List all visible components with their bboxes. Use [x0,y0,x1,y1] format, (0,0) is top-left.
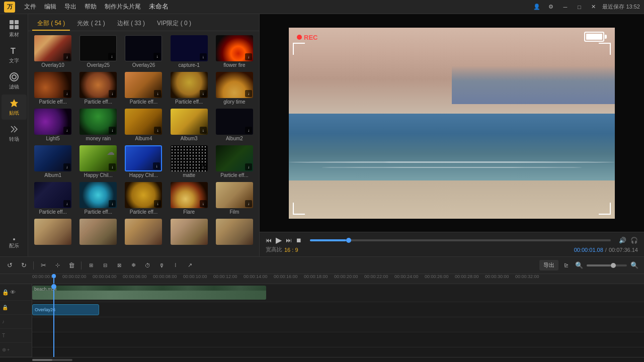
list-item[interactable]: ↓ Flare [168,181,211,216]
list-item[interactable]: ↓ Light5 [31,108,74,142]
menu-file[interactable]: 文件 [20,2,40,12]
item-label: Light5 [34,136,71,141]
rewind-btn[interactable]: ⏮ [266,237,272,244]
crop-btn[interactable]: ⊠ [114,260,125,271]
sidebar-item-audio[interactable]: 配乐 [2,227,27,252]
list-item[interactable]: ↓ Happy Chil... [122,144,165,179]
overlay-clip[interactable]: Overlay26 [32,304,99,315]
sidebar-item-text[interactable]: T 文字 [2,42,27,67]
tab-all[interactable]: 全部 ( 54 ) [32,17,70,31]
overlay-clip-label: Overlay26 [35,307,55,312]
undo-btn[interactable]: ↺ [4,260,15,271]
align-btn[interactable]: ⁞ [170,260,181,271]
list-item[interactable]: ↓ Film [213,181,256,216]
list-item[interactable]: ↓ Album1 [31,144,74,179]
list-item[interactable]: ↓ Particle eff... [76,71,120,106]
list-item[interactable]: ↓ Particle eff... [122,71,165,106]
play-btn[interactable]: ▶ [276,235,282,245]
list-item[interactable]: ↓ Particle eff... [31,181,74,216]
ruler-label: 00:00:02:00 [62,274,87,279]
list-item[interactable]: ↓ matte [168,144,211,179]
stop-btn[interactable]: ⏹ [296,237,302,244]
snap-btn[interactable]: ⊵ [560,260,572,271]
freeze-btn[interactable]: ❄ [128,260,139,271]
tab-light[interactable]: 光效 ( 21 ) [72,17,110,31]
record-btn[interactable]: 🎙 [156,260,167,271]
minimize-icon[interactable]: ─ [560,2,570,12]
item-label: Album1 [34,172,71,178]
ungroup-btn[interactable]: ⊟ [100,260,111,271]
zoom-slider[interactable] [587,264,627,266]
list-item[interactable]: ↓ Particle eff... [168,71,211,106]
ruler-bar: 00:00:00:00 00:00:02:00 00:00:04:00 00:0… [32,274,644,284]
track-lock-icon2[interactable]: 🔒 [2,305,8,310]
playhead-handle[interactable] [51,284,56,289]
svg-rect-1 [15,20,19,24]
zoom-in-btn[interactable]: 🔍 [629,260,640,271]
redo-btn[interactable]: ↻ [18,260,29,271]
list-item[interactable] [31,218,74,247]
sidebar-item-effects[interactable]: 贴纸 [2,95,27,120]
list-item[interactable]: ↓ Particle eff... [76,181,120,216]
list-item[interactable]: ↓ glory time [213,71,256,106]
list-item[interactable]: ↓ Particle eff... [31,71,74,106]
list-item[interactable]: ↓ capture-1 [168,34,211,69]
item-thumb: ↓ [125,72,162,98]
ruler-label: 00:00:04:00 [93,274,117,279]
list-item[interactable]: ↓ Album4 [122,108,165,142]
track-eye-icon[interactable]: 👁 [10,289,16,295]
list-item[interactable]: ↓ Album3 [168,108,211,142]
list-item[interactable]: ↓ money rain [76,108,120,142]
list-item[interactable]: ↓ Album2 [213,108,256,142]
sidebar-item-media[interactable]: 素材 [2,16,27,41]
tab-vip[interactable]: VIP限定 ( 0 ) [152,17,196,31]
list-item[interactable]: ↓ Particle eff... [213,144,256,179]
item-thumb: ↓ [34,145,71,171]
list-item[interactable] [213,218,256,247]
overlay-track: Overlay26 [32,302,644,317]
item-thumb: ↓ [34,72,71,98]
menu-help[interactable]: 帮助 [80,2,101,12]
progress-dot[interactable] [346,238,351,243]
video-frame: REC [289,28,615,219]
list-item[interactable]: ↓ Overlay25 [76,34,120,69]
list-item[interactable]: ↓ flower fire [213,34,256,69]
video-clip[interactable]: beach.mp4 [32,286,266,300]
list-item[interactable] [168,218,211,247]
step-forward-btn[interactable]: ⏭ [286,237,292,244]
headphone-btn[interactable]: 🎧 [630,237,638,244]
sidebar-item-transition[interactable]: 转场 [2,121,27,146]
list-item[interactable]: ↓ Overlay10 [31,34,74,69]
volume-btn[interactable]: 🔊 [619,237,626,244]
user-icon[interactable]: 👤 [532,2,542,12]
progress-bar[interactable] [310,239,611,241]
track-lock-icon[interactable]: 🔒 [2,289,9,296]
zoom-out-btn[interactable]: 🔍 [574,260,585,271]
speed-btn[interactable]: ⏱ [142,260,153,271]
ruler-label: 00:00:18:00 [304,274,328,279]
list-item[interactable]: ↓ Overlay26 [122,34,165,69]
corner-br [599,203,611,215]
item-label: Album2 [216,136,253,141]
close-icon[interactable]: ✕ [588,2,598,12]
group-btn[interactable]: ⊞ [86,260,97,271]
list-item[interactable]: ↓ Particle eff... [122,181,165,216]
export-clip-btn[interactable]: ↗ [184,260,195,271]
tab-border[interactable]: 边框 ( 33 ) [112,17,150,31]
maximize-icon[interactable]: □ [574,2,584,12]
menu-edit[interactable]: 编辑 [40,2,60,12]
list-item[interactable] [122,218,165,247]
menu-titlecard[interactable]: 制作片头片尾 [101,2,145,12]
sidebar-item-filter[interactable]: 滤镜 [2,68,27,94]
horizontal-scrollbar[interactable] [0,357,644,362]
settings-icon[interactable]: ⚙ [546,2,556,12]
scroll-thumb[interactable] [32,359,52,361]
item-label: capture-1 [171,62,208,68]
list-item[interactable] [76,218,120,247]
split-btn[interactable]: ⊹ [52,260,63,271]
list-item[interactable]: ☁ ↓ Happy Chil... [76,144,120,179]
cut-btn[interactable]: ✂ [38,260,49,271]
delete-btn[interactable]: 🗑 [66,260,77,271]
menu-export[interactable]: 导出 [60,2,80,12]
export-button[interactable]: 导出 [539,260,558,270]
